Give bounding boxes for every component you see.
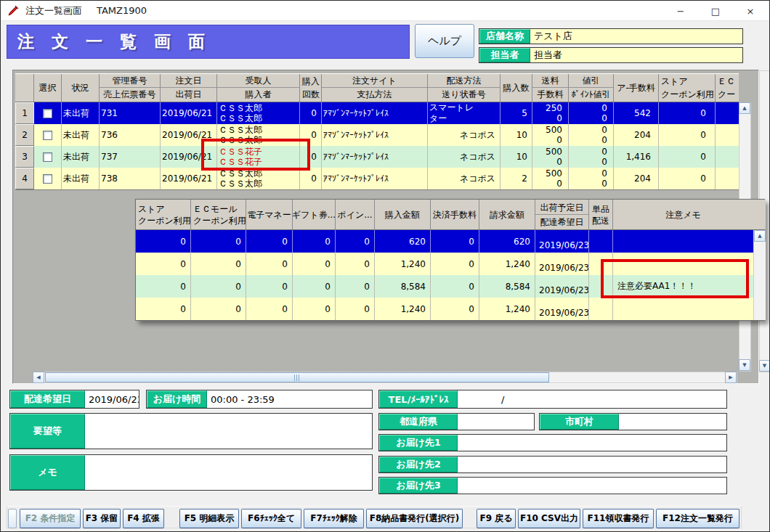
row-checkbox[interactable] [43, 174, 52, 184]
billing-amount-cell: 1,240 [479, 253, 535, 275]
staff-field[interactable]: 担当者 [530, 48, 742, 62]
fn-f9-back-button[interactable]: F9 戻る [477, 509, 516, 528]
fn-f8-delivery-slip-button[interactable]: F8納品書発行(選択行) [366, 509, 463, 528]
tel-mail-field[interactable]: / [458, 390, 726, 408]
city-field[interactable] [619, 414, 726, 430]
fn-f3-hold-button[interactable]: F3 保留 [83, 509, 121, 528]
close-button[interactable]: × [733, 1, 768, 21]
fn-f10-csv-button[interactable]: F10 CSV出力 [518, 509, 580, 528]
help-button[interactable]: ヘルプ [415, 24, 474, 58]
discount-cell: 00 [569, 102, 614, 124]
order-row-1[interactable]: 1 未出荷 731 2019/06/21 ＣＳＳ太郎ＣＳＳ太郎 0 ｱﾏｿﾞﾝﾏ… [15, 102, 739, 124]
delivery-date-field[interactable]: 2019/06/23 [85, 390, 139, 408]
store-coupon-used-cell: 0 [136, 253, 191, 275]
detail-row-3[interactable]: 0 0 0 0 0 8,584 0 8,584 2019/06/23 注意必要A… [136, 275, 764, 298]
points-cell: 0 [336, 230, 375, 253]
scroll-left-icon[interactable]: ◀ [33, 372, 44, 383]
prefecture-group: 都道府県 [378, 413, 535, 430]
popup-scroll-up-icon[interactable]: ▲ [754, 230, 766, 242]
fn-f6-check-all-button[interactable]: F6ﾁｪｯｸ全て [241, 509, 301, 528]
request-field[interactable] [85, 414, 372, 449]
emoney-cell: 0 [246, 275, 293, 298]
city-label: 市町村 [540, 414, 619, 430]
fn-f5-detail-button[interactable]: F5 明細表示 [179, 509, 239, 528]
address3-group: お届け先3 [378, 477, 727, 494]
col-store-coupon: ストアクーポン利用 [659, 74, 716, 102]
caution-memo-cell [613, 298, 753, 320]
purchase-times-cell: 0 [300, 168, 322, 189]
order-row-3[interactable]: 3 未出荷 737 2019/06/21 ＣＳＳ花子ＣＳＳ花子 0 ｱﾏｿﾞﾝﾏ… [15, 146, 739, 168]
scroll-up-icon[interactable]: ▲ [739, 102, 750, 114]
quantity-cell: 10 [500, 146, 532, 168]
memo-field[interactable] [85, 455, 372, 490]
fn-f7-uncheck-button[interactable]: F7ﾁｪｯｸ解除 [304, 509, 364, 528]
row-checkbox[interactable] [43, 131, 52, 140]
ship-date-cell: 2019/06/23 [535, 275, 589, 298]
detail-row-1[interactable]: 0 0 0 0 0 620 0 620 2019/06/23 ▲ [136, 230, 764, 253]
order-row-4[interactable]: 4 未出荷 738 2019/06/21 ＣＳＳ太郎ＣＳＳ太郎 0 ｱﾏｿﾞﾝﾏ… [15, 168, 739, 189]
memo-group: メモ [9, 454, 373, 491]
fn-f4-extend-button[interactable]: F4 拡張 [123, 509, 164, 528]
popup-vscrollbar[interactable] [753, 298, 766, 320]
col-single-delivery: 単品配送 [589, 200, 613, 229]
postage-cell: 5000 [532, 168, 569, 189]
mgmt-no-cell: 738 [100, 168, 161, 189]
row-checkbox[interactable] [43, 109, 52, 118]
prefecture-field[interactable] [458, 414, 534, 430]
outer-scroll-down-icon[interactable]: ▼ [759, 360, 770, 372]
order-site-cell: ｱﾏｿﾞﾝﾏｰｹｯﾄﾌﾟﾚｲｽ [322, 124, 428, 146]
billing-amount-cell: 8,584 [479, 275, 535, 298]
address2-field[interactable] [458, 457, 726, 472]
hscroll-thumb[interactable] [45, 372, 549, 382]
row-checkbox[interactable] [43, 152, 52, 162]
popup-vscrollbar[interactable] [753, 253, 766, 275]
row-number[interactable]: 1 [15, 102, 34, 124]
scroll-down-icon[interactable]: ▼ [739, 359, 750, 371]
caution-memo-cell [613, 253, 753, 275]
prefecture-label: 都道府県 [379, 414, 458, 430]
detail-row-4[interactable]: 0 0 0 0 0 1,240 0 1,240 2019/06/23 [136, 298, 764, 320]
purchase-amount-cell: 1,240 [375, 298, 431, 320]
detail-row-2[interactable]: 0 0 0 0 0 1,240 0 1,240 2019/06/23 [136, 253, 764, 275]
minimize-button[interactable]: − [663, 1, 698, 21]
corner-header-cell [15, 74, 34, 102]
order-row-2[interactable]: 2 未出荷 736 2019/06/21 ＣＳＳ太郎ＣＳＳ太郎 0 ｱﾏｿﾞﾝﾏ… [15, 124, 739, 146]
col-receiver: 受取人購入者 [217, 74, 300, 102]
purchase-amount-cell: 620 [375, 230, 431, 253]
receiver-cell: ＣＳＳ花子ＣＳＳ花子 [217, 146, 300, 168]
row-number[interactable]: 2 [15, 124, 34, 146]
col-discount: 値引ﾎﾟｲﾝﾄ値引 [569, 74, 614, 102]
maximize-button[interactable]: □ [698, 1, 733, 21]
caution-memo-cell: 注意必要AA1！！！ [613, 275, 753, 298]
single-delivery-cell [589, 230, 613, 253]
delivery-time-field[interactable]: 00:00 - 23:59 [207, 390, 372, 408]
popup-vscrollbar[interactable] [753, 275, 766, 298]
row-number[interactable]: 3 [15, 146, 34, 168]
points-cell: 0 [336, 298, 375, 320]
col-points: ポイン... [336, 200, 375, 229]
fn-f12-order-list-button[interactable]: F12注文一覧発行 [656, 509, 739, 528]
order-date-cell: 2019/06/21 [161, 124, 217, 146]
delivery-time-group: お届け時間 00:00 - 23:59 [146, 390, 373, 409]
scroll-right-icon[interactable]: ▶ [725, 372, 737, 383]
titlebar: 注文一覧画面 TAMZ1900 − □ × [1, 1, 769, 21]
ship-date-cell: 2019/06/23 [535, 253, 589, 275]
col-status: 状況 [62, 74, 100, 102]
address3-field[interactable] [458, 478, 726, 494]
settlement-fee-cell: 0 [431, 230, 479, 253]
agent-fee-cell: 204 [614, 168, 659, 189]
popup-vscrollbar[interactable]: ▲ [753, 230, 766, 253]
fn-f2-condition-button[interactable]: F2 条件指定 [20, 509, 81, 528]
col-mgmt-no: 管理番号売上伝票番号 [100, 74, 161, 102]
col-billing-amount: 請求金額 [479, 200, 535, 229]
order-site-cell: ｱﾏｿﾞﾝﾏｰｹｯﾄﾌﾟﾚｲｽ [322, 146, 428, 168]
gift-card-cell: 0 [293, 275, 336, 298]
fn-f11-receipt-button[interactable]: F11領収書発行 [583, 509, 654, 528]
discount-cell: 00 [569, 168, 614, 189]
store-name-field[interactable]: テスト店 [530, 29, 742, 44]
address1-field[interactable] [458, 435, 726, 451]
function-bar-grip[interactable] [8, 509, 17, 528]
col-delivery-method: 配送方法送り状番号 [428, 74, 500, 102]
row-number[interactable]: 4 [15, 168, 34, 189]
request-label: 要望等 [10, 414, 85, 449]
